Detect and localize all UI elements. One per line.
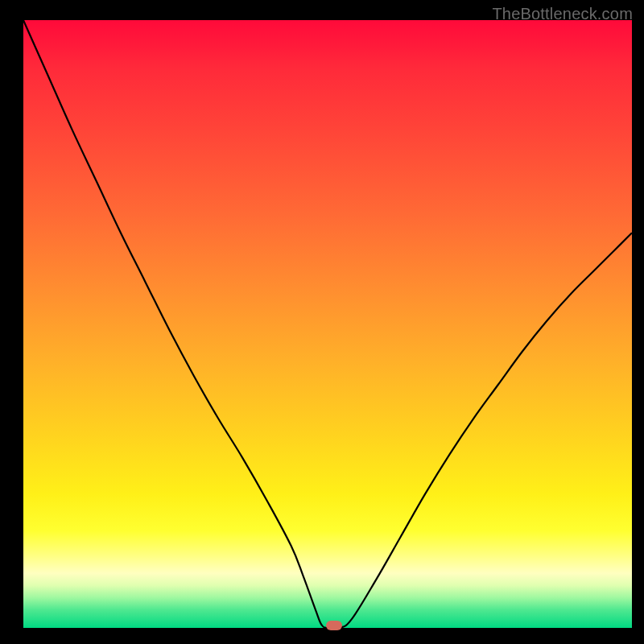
plot-background-gradient xyxy=(23,20,632,628)
chart-frame: TheBottleneck.com xyxy=(0,0,644,644)
watermark-text: TheBottleneck.com xyxy=(492,5,633,23)
